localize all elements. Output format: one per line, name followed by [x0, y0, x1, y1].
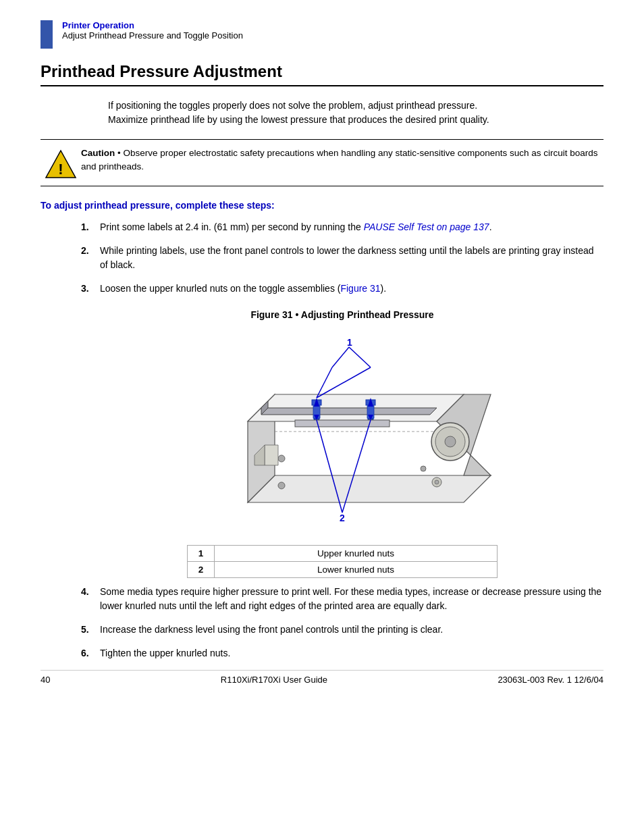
figure-svg: 1 2: [180, 327, 504, 543]
figure-table-desc-1: Upper knurled nuts: [215, 546, 498, 562]
svg-point-19: [278, 482, 285, 489]
page-footer: 40 R110Xi/R170Xi User Guide 23063L-003 R…: [41, 670, 603, 685]
svg-marker-24: [265, 445, 278, 465]
figure-caption: Figure 31 • Adjusting Printhead Pressure: [81, 309, 603, 320]
intro-text: If positioning the toggles properly does…: [108, 99, 603, 127]
printer-diagram-svg: 1 2: [180, 327, 504, 543]
svg-point-18: [278, 455, 285, 462]
header-text: Printer Operation Adjust Printhead Press…: [62, 20, 243, 41]
caution-text: Caution • Observe proper electrostatic s…: [81, 147, 603, 174]
svg-text:2: 2: [340, 513, 345, 523]
svg-text:1: 1: [347, 337, 352, 348]
caution-label: Caution: [81, 148, 115, 158]
step-2-text: While printing labels, use the front pan…: [100, 244, 603, 272]
svg-marker-6: [261, 408, 437, 415]
figure-31-area: Figure 31 • Adjusting Printhead Pressure: [81, 309, 603, 578]
step-5: 5. Increase the darkness level using the…: [81, 623, 603, 637]
caution-body: Observe proper electrostatic safety prec…: [81, 148, 598, 172]
caution-box: ! Caution • Observe proper electrostatic…: [41, 139, 603, 186]
svg-marker-2: [248, 475, 491, 502]
svg-line-28: [332, 347, 349, 367]
header-bar: Printer Operation Adjust Printhead Press…: [41, 20, 603, 49]
caution-bullet: •: [117, 148, 123, 158]
step-3-text-after: ).: [381, 283, 387, 294]
page-title: Printhead Pressure Adjustment: [41, 62, 603, 86]
page-container: Printer Operation Adjust Printhead Press…: [0, 0, 644, 698]
step-4-text: Some media types require higher pressure…: [100, 585, 603, 613]
step-3-text: Loosen the upper knurled nuts on the tog…: [100, 282, 603, 296]
step-4: 4. Some media types require higher press…: [81, 585, 603, 613]
step-3-figure-link[interactable]: Figure 31: [340, 283, 380, 294]
warning-triangle-icon: !: [45, 149, 77, 179]
footer-center: R110Xi/R170Xi User Guide: [221, 675, 327, 685]
figure-table-row-1: 1 Upper knurled nuts: [188, 546, 498, 562]
step-3-num: 3.: [81, 282, 100, 296]
step-1-text-before: Print some labels at 2.4 in. (61 mm) per…: [100, 221, 364, 232]
figure-table-num-2: 2: [188, 562, 215, 578]
step-1-link[interactable]: PAUSE Self Test on page 137: [364, 221, 489, 232]
step-2: 2. While printing labels, use the front …: [81, 244, 603, 272]
figure-table: 1 Upper knurled nuts 2 Lower knurled nut…: [187, 545, 498, 578]
svg-text:!: !: [58, 161, 63, 178]
step-5-text: Increase the darkness level using the fr…: [100, 623, 603, 637]
svg-line-29: [349, 347, 371, 367]
intro-line1: If positioning the toggles properly does…: [108, 99, 603, 113]
footer-page-num: 40: [41, 675, 50, 685]
step-6-num: 6.: [81, 646, 100, 660]
svg-point-17: [445, 436, 456, 447]
svg-point-20: [421, 466, 426, 471]
step-5-num: 5.: [81, 623, 100, 637]
steps-list: 1. Print some labels at 2.4 in. (61 mm) …: [81, 220, 603, 660]
figure-table-num-1: 1: [188, 546, 215, 562]
step-1-text: Print some labels at 2.4 in. (61 mm) per…: [100, 220, 603, 234]
step-1-num: 1.: [81, 220, 100, 234]
breadcrumb-link[interactable]: Printer Operation: [62, 20, 243, 30]
svg-rect-14: [295, 420, 390, 427]
steps-heading: To adjust printhead pressure, complete t…: [41, 200, 603, 211]
breadcrumb-sub: Adjust Printhead Pressure and Toggle Pos…: [62, 30, 243, 41]
footer-right: 23063L-003 Rev. 1 12/6/04: [498, 675, 603, 685]
step-6: 6. Tighten the upper knurled nuts.: [81, 646, 603, 660]
blue-box-accent: [41, 20, 53, 49]
svg-point-22: [435, 480, 439, 484]
step-3-text-before: Loosen the upper knurled nuts on the tog…: [100, 283, 340, 294]
step-6-text: Tighten the upper knurled nuts.: [100, 646, 603, 660]
figure-table-desc-2: Lower knurled nuts: [215, 562, 498, 578]
figure-table-row-2: 2 Lower knurled nuts: [188, 562, 498, 578]
step-4-num: 4.: [81, 585, 100, 613]
caution-icon: !: [41, 147, 81, 179]
step-1: 1. Print some labels at 2.4 in. (61 mm) …: [81, 220, 603, 234]
step-3: 3. Loosen the upper knurled nuts on the …: [81, 282, 603, 296]
step-1-text-after: .: [489, 221, 492, 232]
intro-line2: Maximize printhead life by using the low…: [108, 113, 603, 127]
step-2-num: 2.: [81, 244, 100, 272]
